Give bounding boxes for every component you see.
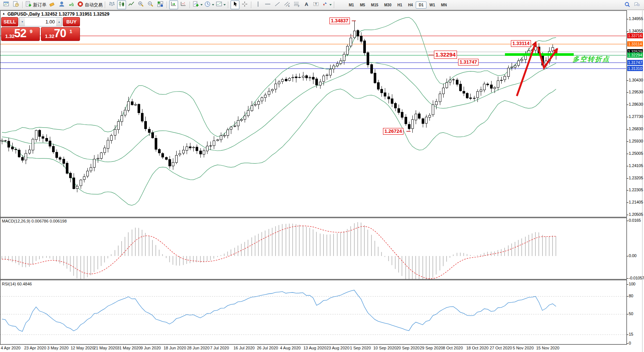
candle-body: [189, 147, 191, 148]
candle-body: [176, 155, 178, 162]
macd-histogram-bar: [220, 255, 221, 256]
sell-price-big: 52: [14, 27, 26, 40]
candle-body: [490, 85, 493, 88]
price-tick-label: 1.34055: [629, 29, 643, 33]
candle-body: [343, 54, 345, 61]
macd-histogram-bar: [241, 244, 242, 256]
candle-body: [388, 97, 390, 99]
date-label: 5 Nov 2020: [513, 346, 534, 350]
candle-body: [337, 64, 339, 66]
candle-body: [121, 116, 123, 122]
macd-histogram-bar: [70, 256, 71, 272]
date-label: 23 Apr 2020: [24, 346, 46, 350]
macd-histogram-bar: [340, 233, 341, 256]
macd-histogram-bar: [378, 247, 379, 256]
macd-histogram-bar: [210, 256, 211, 260]
macd-histogram-bar: [149, 236, 149, 256]
candle-body: [107, 140, 109, 148]
chart-text-object[interactable]: 多空转折点: [573, 55, 610, 64]
macd-histogram-bar: [361, 223, 361, 256]
price-tick-label: 1.30430: [629, 78, 643, 82]
buy-button[interactable]: BUY: [63, 17, 80, 26]
price-badge-1.33716: 1.33716: [627, 33, 643, 38]
macd-histogram-bar: [227, 252, 228, 256]
sell-button[interactable]: SELL: [1, 17, 18, 26]
macd-histogram-bar: [528, 235, 529, 256]
date-label: 29 Sep 2020: [420, 346, 443, 350]
macd-histogram-bar: [525, 237, 526, 256]
date-label: 1 Sep 2020: [350, 346, 371, 350]
candle-body: [439, 94, 441, 102]
candle-body: [435, 102, 438, 105]
macd-histogram-bar: [12, 256, 13, 262]
macd-histogram-bar: [392, 256, 392, 265]
macd-label: MACD(12,26,9) 0.006786 0.006198: [2, 219, 67, 223]
candle-body: [477, 92, 479, 98]
sell-price-display[interactable]: 1.32 52 9: [1, 27, 40, 41]
macd-histogram-bar: [90, 256, 91, 275]
volume-decrease-button[interactable]: ▼: [19, 17, 25, 26]
price-annotation-1.26724[interactable]: 1.26724: [383, 128, 403, 135]
date-label: 10 Sep 2020: [373, 346, 396, 350]
candle-body: [39, 130, 41, 137]
macd-plot[interactable]: [1, 222, 556, 284]
price-tick-label: 1.23205: [629, 176, 643, 180]
candle-body: [165, 157, 168, 160]
candle-body: [497, 81, 499, 87]
candle-body: [12, 147, 14, 149]
main-plot[interactable]: [1, 17, 574, 205]
chart-canvas[interactable]: [0, 0, 644, 352]
date-label: 18 Jun 2020: [164, 346, 186, 350]
candle-body: [309, 78, 311, 78]
macd-histogram-bar: [371, 235, 372, 256]
zigzag-arrow-up-2[interactable]: [538, 47, 557, 68]
volume-increase-button[interactable]: ▲: [56, 17, 62, 26]
candle-body: [128, 102, 130, 111]
candle-body: [251, 106, 253, 111]
macd-histogram-bar: [234, 248, 235, 256]
price-annotation-1.34837[interactable]: 1.34837: [329, 17, 350, 24]
macd-tick-label: -0.010571: [629, 276, 644, 280]
title-collapse-icon[interactable]: ▲: [2, 12, 5, 15]
macd-histogram-bar: [94, 256, 94, 272]
zigzag-arrow-up-1[interactable]: [517, 42, 536, 96]
candle-body: [76, 186, 78, 188]
price-annotation-1.31747[interactable]: 1.31747: [458, 59, 479, 65]
macd-histogram-bar: [419, 256, 419, 283]
candle-body: [227, 130, 229, 136]
macd-histogram-bar: [381, 252, 382, 256]
candle-body: [183, 150, 185, 153]
macd-histogram-bar: [25, 256, 26, 267]
candle-body: [25, 153, 27, 160]
volume-input[interactable]: [25, 17, 56, 26]
candle-body: [357, 31, 359, 36]
candle-body: [384, 93, 386, 96]
rsi-tick-label: 100: [629, 282, 635, 286]
candle-body: [494, 87, 496, 89]
macd-histogram-bar: [436, 256, 437, 275]
candle-body: [289, 78, 291, 80]
candle-body: [264, 95, 267, 97]
candle-body: [100, 153, 103, 159]
date-label: 21 May 2020: [94, 346, 117, 350]
macd-histogram-bar: [261, 232, 262, 256]
price-tick-label: 1.22305: [629, 188, 643, 192]
macd-histogram-bar: [344, 231, 344, 256]
price-annotation-1.33114[interactable]: 1.33114: [511, 40, 531, 47]
macd-histogram-bar: [296, 224, 296, 256]
macd-histogram-bar: [504, 248, 505, 256]
candle-body: [46, 138, 48, 141]
macd-histogram-bar: [467, 254, 467, 256]
price-annotation-1.32294[interactable]: 1.32294: [434, 51, 457, 59]
candle-body: [271, 89, 274, 91]
macd-histogram-bar: [268, 229, 269, 256]
price-tick-label: 1.20505: [629, 212, 643, 217]
candle-body: [241, 119, 243, 121]
macd-histogram-bar: [159, 250, 160, 256]
candle-body: [83, 177, 86, 180]
buy-price-display[interactable]: 1.32 70 1: [41, 27, 80, 41]
macd-histogram-bar: [299, 225, 300, 256]
macd-histogram-bar: [320, 234, 321, 256]
macd-histogram-bar: [97, 256, 98, 269]
candle-body: [162, 153, 164, 157]
